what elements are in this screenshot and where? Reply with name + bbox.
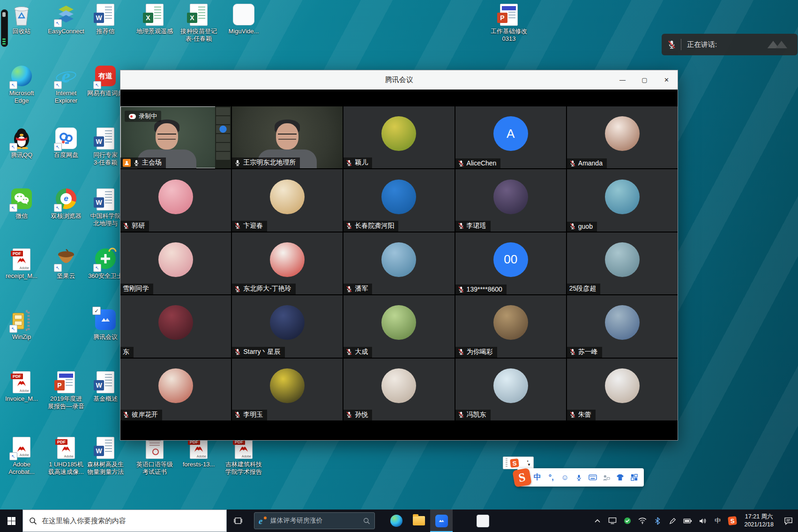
shortcut-arrow-icon: ↗ bbox=[54, 81, 62, 89]
sogou-toolbar[interactable]: S 中 °, ☺ bbox=[517, 468, 644, 487]
minimize-button[interactable]: — bbox=[612, 70, 634, 90]
sogou-tray-icon[interactable]: S bbox=[725, 510, 739, 532]
volume-tray-icon[interactable] bbox=[695, 510, 709, 532]
news-search-widget[interactable]: e 媒体评考研房涨价 bbox=[254, 512, 375, 529]
shared-screen-thumbnail-strip bbox=[215, 106, 231, 168]
participant-tile[interactable]: 朱蕾 bbox=[567, 359, 678, 420]
participant-name-label: 雪刚同学 bbox=[120, 284, 153, 294]
sogou-mini-statusbar[interactable]: S ▪▼ bbox=[503, 457, 534, 469]
ime-skin-button[interactable] bbox=[613, 468, 627, 487]
avatar bbox=[158, 305, 193, 340]
ime-voice-button[interactable] bbox=[572, 468, 586, 487]
participant-tile[interactable]: 李明玉 bbox=[232, 359, 343, 420]
taskbar-app-tencent-meeting[interactable] bbox=[430, 510, 453, 532]
close-button[interactable]: ✕ bbox=[656, 70, 678, 90]
ime-punctuation-button[interactable]: °, bbox=[544, 468, 559, 487]
bluetooth-tray-icon[interactable] bbox=[650, 510, 664, 532]
participant-tile[interactable]: 苏一峰 bbox=[567, 295, 678, 357]
avatar bbox=[270, 242, 305, 277]
participant-name-label: 颖儿 bbox=[343, 157, 372, 168]
taskbar-search-box[interactable]: 在这里输入你要搜索的内容 bbox=[22, 510, 227, 532]
shortcut-arrow-icon: ↗ bbox=[9, 452, 17, 460]
taskbar-app-edge[interactable] bbox=[385, 510, 408, 532]
participant-tile[interactable]: guob bbox=[567, 169, 678, 231]
desktop-icon-winzip[interactable]: ↗WinZip bbox=[0, 309, 48, 341]
maximize-button[interactable]: ▢ bbox=[634, 70, 656, 90]
participant-name-label: 李珺瑶 bbox=[455, 221, 491, 232]
ime-language-button[interactable]: 中 bbox=[530, 468, 544, 487]
participant-name-label: 长春院龚河阳 bbox=[343, 221, 398, 232]
ime-keyboard-button[interactable] bbox=[586, 468, 600, 487]
participant-tile[interactable]: 彼岸花开 bbox=[120, 359, 231, 420]
desktop-icon-pptdoc[interactable]: P工作基础修改 0313 bbox=[482, 4, 536, 43]
ime-account-button[interactable] bbox=[600, 468, 614, 487]
pen-tray-icon[interactable] bbox=[665, 510, 679, 532]
ime-emoji-button[interactable]: ☺ bbox=[558, 468, 572, 487]
participant-name-label: AliceChen bbox=[455, 158, 501, 168]
security-tray-icon[interactable] bbox=[620, 510, 634, 532]
participant-tile[interactable]: 卞迎春 bbox=[232, 169, 343, 231]
desktop-icon-pdf[interactable]: PDFAdobe吉林建筑科技 学院学术报告 bbox=[217, 437, 270, 476]
slider-handle[interactable] bbox=[2, 12, 6, 17]
participant-tile[interactable]: 00139****8600 bbox=[455, 232, 566, 294]
desktop-icon-word[interactable]: W森林树高及生 物量测量方法 bbox=[79, 437, 132, 476]
shortcut-arrow-icon: ↗ bbox=[9, 204, 17, 212]
avatar bbox=[381, 368, 416, 403]
participant-tile[interactable]: 孙悦 bbox=[343, 359, 454, 420]
participant-tile[interactable]: 长春院龚河阳 bbox=[343, 169, 454, 231]
speaking-indicator-banner[interactable]: 正在讲话: bbox=[662, 34, 798, 55]
participant-name-label: 冯凯东 bbox=[455, 410, 491, 420]
mic-muted-icon bbox=[458, 222, 464, 229]
taskbar-clock[interactable]: 17:21 周六 2021/12/18 bbox=[739, 510, 778, 532]
participant-tile[interactable]: 李珺瑶 bbox=[455, 169, 566, 231]
participant-name-label: 王宗明东北地理所 bbox=[232, 157, 300, 168]
window-titlebar[interactable]: 腾讯会议 — ▢ ✕ bbox=[120, 70, 678, 90]
participant-tile[interactable]: 东北师大-丁艳玲 bbox=[232, 232, 343, 294]
participant-name-label: 郭研 bbox=[120, 221, 149, 232]
avatar bbox=[270, 180, 305, 214]
display-tray-icon[interactable] bbox=[605, 510, 619, 532]
participant-tile[interactable]: 潘军 bbox=[343, 232, 454, 294]
battery-tray-icon[interactable] bbox=[680, 510, 694, 532]
taskbar-app-pinned[interactable] bbox=[471, 510, 494, 532]
avatar bbox=[605, 305, 640, 340]
mic-muted-icon bbox=[569, 411, 576, 418]
ime-toolbox-button[interactable] bbox=[627, 468, 641, 487]
participant-tile[interactable]: 大成 bbox=[343, 295, 454, 357]
participant-tile[interactable]: 雪刚同学 bbox=[120, 232, 231, 294]
participant-tile[interactable]: 25段彦超 bbox=[567, 232, 678, 294]
avatar: 00 bbox=[493, 242, 528, 277]
drag-handle[interactable] bbox=[506, 458, 507, 467]
taskbar: 在这里输入你要搜索的内容 e 媒体评考研房涨价 bbox=[0, 510, 798, 532]
avatar bbox=[158, 368, 193, 403]
participant-grid: 录制中主会场王宗明东北地理所颖儿AAliceChenAmanda郭研卞迎春长春院… bbox=[120, 106, 678, 420]
pinned-app-icon bbox=[477, 515, 489, 527]
participant-tile[interactable]: AAliceChen bbox=[455, 106, 566, 168]
taskbar-app-file-explorer[interactable] bbox=[408, 510, 430, 532]
language-indicator[interactable]: 中 bbox=[710, 510, 724, 532]
participant-tile[interactable]: Starry丶星辰 bbox=[232, 295, 343, 357]
mic-muted-icon bbox=[346, 348, 352, 355]
wifi-tray-icon[interactable] bbox=[635, 510, 649, 532]
participant-tile[interactable]: 郭研 bbox=[120, 169, 231, 231]
start-button[interactable] bbox=[0, 510, 22, 532]
participant-tile[interactable]: 为你喝彩 bbox=[455, 295, 566, 357]
expand-arrows-icon[interactable]: ▪▼ bbox=[527, 459, 531, 466]
hidden-icons-button[interactable] bbox=[590, 510, 604, 532]
task-view-button[interactable] bbox=[227, 510, 249, 532]
participant-tile[interactable]: 颖儿 bbox=[343, 106, 454, 168]
sogou-logo-icon[interactable]: S bbox=[512, 468, 532, 487]
mic-muted-icon bbox=[458, 411, 464, 418]
desktop-icon-label: 工作基础修改 0313 bbox=[482, 28, 536, 43]
participant-tile[interactable]: 冯凯东 bbox=[455, 359, 566, 420]
participant-tile[interactable]: Amanda bbox=[567, 106, 678, 168]
brightness-slider-widget[interactable] bbox=[1, 9, 8, 47]
participant-tile[interactable]: 王宗明东北地理所 bbox=[232, 106, 343, 168]
shortcut-arrow-icon: ↗ bbox=[93, 264, 101, 272]
participant-tile[interactable]: 录制中主会场 bbox=[120, 106, 231, 168]
desktop-icon-word[interactable]: W推荐信 bbox=[79, 4, 132, 35]
speaking-label: 正在讲话: bbox=[687, 40, 717, 49]
desktop-icon-whiteapp[interactable]: MiguVide... bbox=[217, 4, 270, 35]
participant-tile[interactable]: 东 bbox=[120, 295, 231, 357]
action-center-button[interactable] bbox=[778, 510, 798, 532]
